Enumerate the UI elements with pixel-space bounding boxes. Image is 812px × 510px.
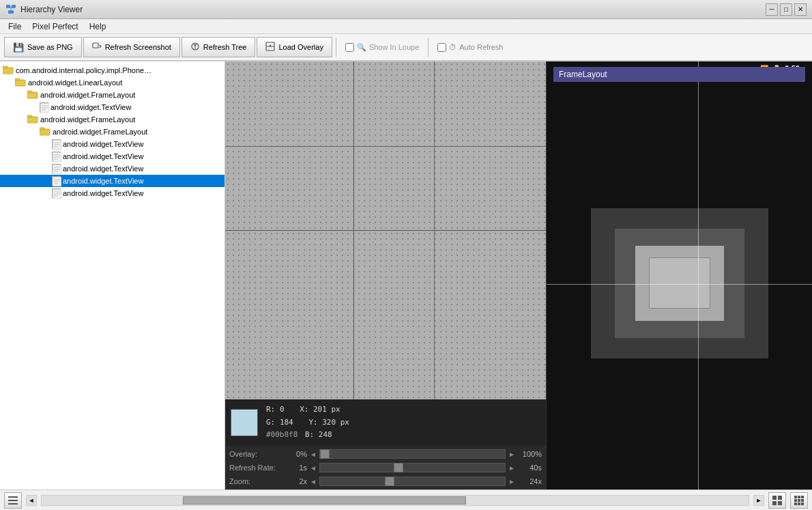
tree-item-2[interactable]: android.widget.LinearLayout <box>0 76 224 89</box>
svg-rect-0 <box>6 5 10 8</box>
file-icon <box>52 139 61 149</box>
menu-help[interactable]: Help <box>84 20 112 33</box>
tree-view[interactable]: com.android.internal.policy.impl.Phone…a… <box>0 61 224 490</box>
crosshair-horizontal-2 <box>225 146 546 147</box>
svg-rect-55 <box>798 499 800 502</box>
x-value: 201 px <box>313 405 340 414</box>
scroll-right-arrow[interactable]: ► <box>753 495 764 506</box>
maximize-button[interactable]: □ <box>780 3 792 16</box>
svg-rect-50 <box>778 501 782 505</box>
show-in-loupe-icon: 🔍 <box>357 43 366 52</box>
pixel-data: R: 0 X: 201 px G: 184 Y: 320 px #00b8f8 … <box>266 403 349 442</box>
tree-item-1[interactable]: com.android.internal.policy.impl.Phone… <box>0 64 224 76</box>
show-in-loupe-group[interactable]: 🔍 Show In Loupe <box>340 43 424 52</box>
folder-icon <box>27 115 38 124</box>
b-value: 248 <box>319 430 332 439</box>
svg-rect-51 <box>794 496 797 498</box>
tree-item-4[interactable]: android.widget.TextView <box>0 101 224 113</box>
refresh-rate-label: Refresh Rate: <box>229 464 284 472</box>
scrollbar-thumb[interactable] <box>183 496 465 505</box>
svg-rect-58 <box>798 502 800 505</box>
tree-item-label: android.widget.FrameLayout <box>53 128 147 136</box>
refresh-rate-slider-thumb[interactable] <box>394 463 403 472</box>
right-panel: ▪▪▪ 📶 🔋 6:59 FrameLayout <box>546 61 812 490</box>
svg-rect-46 <box>8 503 18 505</box>
zoom-arrow-right[interactable]: ► <box>508 478 515 485</box>
menu-file[interactable]: File <box>3 20 27 33</box>
box-innermost <box>649 257 710 309</box>
zoom-slider-thumb[interactable] <box>385 477 394 486</box>
auto-refresh-icon: ⏱ <box>449 43 456 51</box>
pixel-info-panel: R: 0 X: 201 px G: 184 Y: 320 px #00b8f8 … <box>225 399 546 446</box>
overlay-slider-track[interactable] <box>319 449 506 459</box>
tree-item-label: com.android.internal.policy.impl.Phone… <box>16 66 151 74</box>
svg-rect-53 <box>801 496 804 498</box>
overlay-arrow-right[interactable]: ► <box>508 451 515 458</box>
load-overlay-button[interactable]: Load Overlay <box>257 37 332 57</box>
viewport-area[interactable] <box>225 61 546 399</box>
overlay-right-val: 100% <box>518 450 542 458</box>
minimize-button[interactable]: ─ <box>766 3 778 16</box>
r-label: R: <box>266 405 275 414</box>
dotted-background <box>225 61 546 399</box>
preview-crosshair-v <box>698 61 699 490</box>
overlay-arrow-left[interactable]: ◄ <box>310 451 317 458</box>
auto-refresh-checkbox[interactable] <box>437 43 446 52</box>
view-list-button[interactable] <box>4 492 22 509</box>
refresh-rate-slider-track[interactable] <box>319 463 506 472</box>
app-icon <box>5 4 16 15</box>
tree-item-3[interactable]: android.widget.FrameLayout <box>0 89 224 101</box>
preview-area: ▪▪▪ 📶 🔋 6:59 FrameLayout <box>547 61 812 490</box>
zoom-slider-row: Zoom: 2x ◄ ► 24x <box>229 474 542 488</box>
box-outer <box>591 208 768 358</box>
svg-rect-45 <box>8 500 18 501</box>
view-grid2-button[interactable] <box>768 492 786 509</box>
svg-rect-15 <box>27 91 32 93</box>
horizontal-scrollbar[interactable] <box>41 495 749 506</box>
zoom-left-val: 2x <box>287 477 307 485</box>
tree-item-5[interactable]: android.widget.FrameLayout <box>0 113 224 126</box>
close-button[interactable]: ✕ <box>794 3 807 16</box>
tree-item-6[interactable]: android.widget.FrameLayout <box>0 126 224 138</box>
file-icon <box>52 152 61 161</box>
show-in-loupe-checkbox[interactable] <box>345 43 354 52</box>
tree-item-label: android.widget.FrameLayout <box>40 91 135 99</box>
svg-rect-5 <box>93 43 98 48</box>
color-swatch <box>231 409 258 436</box>
refresh-rate-arrow-left[interactable]: ◄ <box>310 464 317 472</box>
y-label: Y: <box>308 418 317 427</box>
tree-item-10[interactable]: android.widget.TextView <box>0 175 224 187</box>
overlay-label: Overlay: <box>229 450 284 458</box>
tree-item-label: android.widget.TextView <box>50 103 131 111</box>
load-overlay-icon <box>265 42 275 53</box>
toolbar: 💾 Save as PNG Refresh Screenshot Refresh… <box>0 34 812 61</box>
save-png-button[interactable]: 💾 Save as PNG <box>4 37 82 57</box>
svg-rect-23 <box>40 128 44 130</box>
auto-refresh-group[interactable]: ⏱ Auto Refresh <box>432 43 508 52</box>
tree-item-7[interactable]: android.widget.TextView <box>0 138 224 150</box>
svg-rect-57 <box>794 502 797 505</box>
svg-rect-13 <box>15 79 20 81</box>
scroll-left-arrow[interactable]: ◄ <box>26 495 37 506</box>
refresh-rate-arrow-right[interactable]: ► <box>508 464 515 472</box>
zoom-slider-track[interactable] <box>319 477 506 486</box>
save-icon: 💾 <box>13 42 24 53</box>
x-label: X: <box>300 405 308 414</box>
refresh-tree-button[interactable]: Refresh Tree <box>182 37 256 57</box>
svg-rect-49 <box>772 501 777 505</box>
view-grid3-button[interactable] <box>790 492 808 509</box>
tree-item-label: android.widget.FrameLayout <box>40 115 135 124</box>
overlay-slider-thumb[interactable] <box>320 449 330 459</box>
tree-item-9[interactable]: android.widget.TextView <box>0 162 224 175</box>
main-content: com.android.internal.policy.impl.Phone…a… <box>0 61 812 490</box>
menu-pixel-perfect[interactable]: Pixel Perfect <box>27 20 83 33</box>
left-panel: com.android.internal.policy.impl.Phone…a… <box>0 61 225 490</box>
zoom-arrow-left[interactable]: ◄ <box>310 478 317 485</box>
refresh-tree-icon <box>190 42 200 53</box>
tree-item-8[interactable]: android.widget.TextView <box>0 150 224 162</box>
g-value: 184 <box>280 418 293 427</box>
folder-icon <box>3 66 14 75</box>
tree-item-11[interactable]: android.widget.TextView <box>0 187 224 199</box>
refresh-screenshot-button[interactable]: Refresh Screenshot <box>83 37 180 57</box>
zoom-right-val: 24x <box>518 477 542 485</box>
